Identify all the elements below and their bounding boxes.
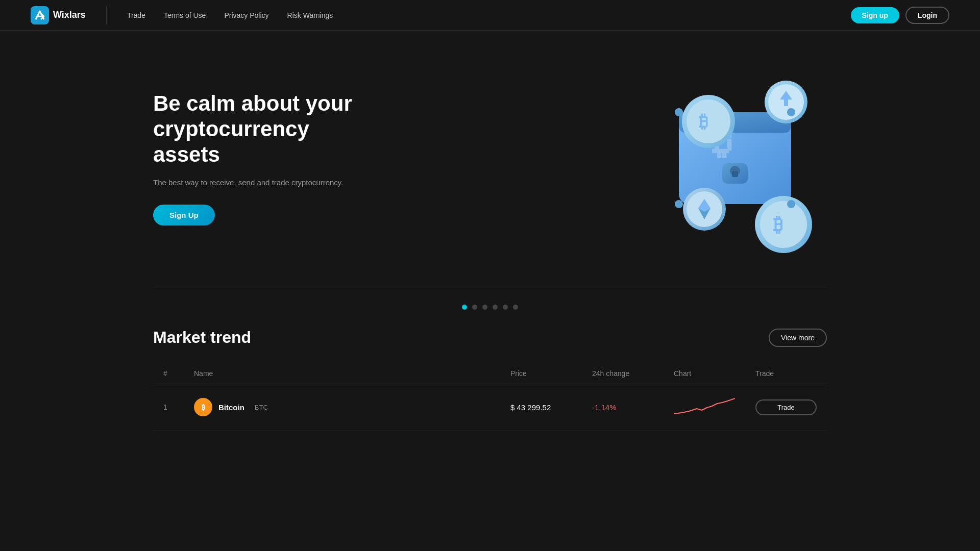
svg-point-21 (675, 108, 683, 116)
view-more-button[interactable]: View more (769, 329, 827, 347)
col-price: Price (510, 369, 592, 378)
svg-point-12 (687, 99, 730, 143)
dot-6[interactable] (513, 305, 518, 310)
nav-divider (106, 6, 107, 24)
coin-price: $ 43 299.52 (510, 403, 592, 412)
col-change: 24h change (592, 369, 674, 378)
hero-signup-button[interactable]: Sign Up (153, 205, 215, 226)
nav-actions: Sign up Login (851, 7, 949, 24)
coin-name: Bitcoin (218, 403, 244, 412)
nav-link-risk[interactable]: Risk Warnings (287, 11, 333, 19)
coin-ticker: BTC (255, 404, 268, 411)
svg-point-24 (787, 200, 795, 208)
nav-link-terms[interactable]: Terms of Use (164, 11, 206, 19)
signup-button[interactable]: Sign up (851, 7, 899, 23)
hero-subtitle: The best way to receive, send and trade … (153, 177, 368, 189)
svg-text:₿: ₿ (773, 214, 783, 235)
market-table: # Name Price 24h change Chart Trade 1 ₿ … (153, 363, 827, 431)
crypto-illustration: ₿ ₿ ₿ (633, 61, 827, 255)
col-chart: Chart (674, 369, 755, 378)
dot-4[interactable] (493, 305, 498, 310)
coin-change: -1.14% (592, 403, 674, 412)
coin-icon-bitcoin: ₿ (194, 398, 212, 416)
svg-point-23 (675, 200, 683, 208)
dot-2[interactable] (472, 305, 477, 310)
svg-text:₿: ₿ (699, 112, 708, 131)
table-header: # Name Price 24h change Chart Trade (153, 363, 827, 384)
svg-point-22 (787, 108, 795, 116)
svg-rect-5 (732, 171, 738, 177)
table-row: 1 ₿ Bitcoin BTC $ 43 299.52 -1.14% Trade (153, 384, 827, 431)
svg-rect-10 (784, 99, 788, 106)
market-title: Market trend (153, 328, 251, 347)
dot-3[interactable] (482, 305, 487, 310)
coin-info: ₿ Bitcoin BTC (194, 398, 510, 416)
coin-chart (674, 393, 755, 421)
slider-dots (0, 286, 980, 328)
market-section: Market trend View more # Name Price 24h … (0, 328, 980, 461)
dot-5[interactable] (503, 305, 508, 310)
dot-1[interactable] (462, 305, 467, 310)
market-header: Market trend View more (153, 328, 827, 347)
login-button[interactable]: Login (905, 7, 949, 24)
trade-button[interactable]: Trade (755, 399, 817, 415)
nav-links: Trade Terms of Use Privacy Policy Risk W… (127, 11, 851, 19)
hero-illustration: ₿ ₿ ₿ (633, 61, 827, 255)
hero-content: Be calm about your cryptocurrency assets… (153, 91, 368, 226)
col-name: Name (194, 369, 510, 378)
col-trade: Trade (755, 369, 817, 378)
hero-section: Be calm about your cryptocurrency assets… (0, 31, 980, 286)
col-rank: # (163, 369, 194, 378)
nav-link-privacy[interactable]: Privacy Policy (224, 11, 268, 19)
logo-icon (31, 6, 49, 24)
nav-link-trade[interactable]: Trade (127, 11, 145, 19)
brand-name: Wixlars (53, 10, 86, 20)
svg-rect-0 (31, 6, 49, 24)
row-rank: 1 (163, 403, 194, 411)
navbar: Wixlars Trade Terms of Use Privacy Polic… (0, 0, 980, 31)
mini-chart-svg (674, 393, 735, 419)
svg-point-19 (760, 201, 807, 248)
brand-logo[interactable]: Wixlars (31, 6, 86, 24)
hero-title: Be calm about your cryptocurrency assets (153, 91, 368, 168)
